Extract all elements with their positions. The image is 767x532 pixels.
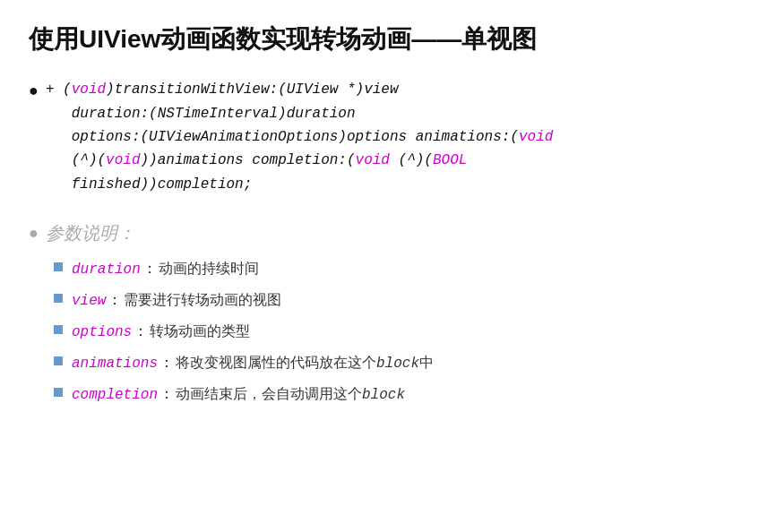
param-content-view: view：需要进行转场动画的视图: [72, 289, 281, 312]
param-bullet-completion: [54, 388, 63, 397]
param-desc-completion: 动画结束后，会自动调用这个: [176, 386, 362, 401]
list-item: animations：将改变视图属性的代码放在这个block中: [54, 352, 738, 374]
param-desc-completion-italic: block: [362, 387, 405, 403]
void-keyword-4: void: [356, 152, 390, 168]
param-desc-options: 转场动画的类型: [150, 323, 250, 339]
param-bullet-duration: [54, 262, 63, 271]
param-desc-animations-after: 中: [419, 355, 434, 370]
param-desc-view: 需要进行转场动画的视图: [124, 292, 281, 307]
param-list: duration：动画的持续时间 view：需要进行转场动画的视图 option…: [54, 258, 738, 406]
list-item: options：转场动画的类型: [54, 321, 738, 343]
method-block: ● + (void)transitionWithView:(UIView *)v…: [29, 78, 738, 196]
list-item: view：需要进行转场动画的视图: [54, 289, 738, 312]
param-colon-duration: ：: [142, 261, 157, 276]
method-signature-line: ● + (void)transitionWithView:(UIView *)v…: [29, 78, 738, 196]
param-colon-completion: ：: [159, 386, 174, 401]
param-content-duration: duration：动画的持续时间: [72, 258, 259, 280]
params-section: ● 参数说明： duration：动画的持续时间 view：需要进行转场动画的视…: [29, 221, 738, 406]
param-name-view: view: [72, 293, 106, 309]
param-desc-animations-italic: block: [376, 356, 419, 372]
param-name-duration: duration: [72, 262, 141, 278]
void-keyword-2: void: [519, 129, 553, 145]
method-text: + (void)transitionWithView:(UIView *)vie…: [46, 78, 554, 196]
page-title: 使用UIView动画函数实现转场动画——单视图: [29, 21, 738, 56]
param-content-options: options：转场动画的类型: [72, 321, 250, 343]
bool-keyword: BOOL: [433, 152, 467, 168]
param-colon-options: ：: [134, 323, 148, 339]
params-bullet: ●: [29, 221, 39, 245]
method-bullet: ●: [29, 78, 39, 104]
param-colon-view: ：: [108, 292, 122, 307]
list-item: duration：动画的持续时间: [54, 258, 738, 280]
param-name-options: options: [72, 324, 132, 340]
params-header: ● 参数说明：: [29, 221, 738, 245]
param-desc-animations: 将改变视图属性的代码放在这个: [176, 355, 376, 370]
list-item: completion：动画结束后，会自动调用这个block: [54, 383, 738, 406]
void-keyword-3: void: [106, 152, 140, 168]
param-bullet-view: [54, 294, 63, 303]
void-keyword-1: void: [72, 82, 106, 98]
param-content-animations: animations：将改变视图属性的代码放在这个block中: [72, 352, 434, 374]
param-desc-duration: 动画的持续时间: [159, 261, 259, 276]
params-title: 参数说明：: [46, 221, 135, 245]
param-bullet-options: [54, 325, 63, 334]
param-colon-animations: ：: [159, 355, 174, 370]
param-bullet-animations: [54, 356, 63, 365]
param-content-completion: completion：动画结束后，会自动调用这个block: [72, 383, 405, 406]
param-name-completion: completion: [72, 387, 158, 403]
param-name-animations: animations: [72, 356, 158, 372]
